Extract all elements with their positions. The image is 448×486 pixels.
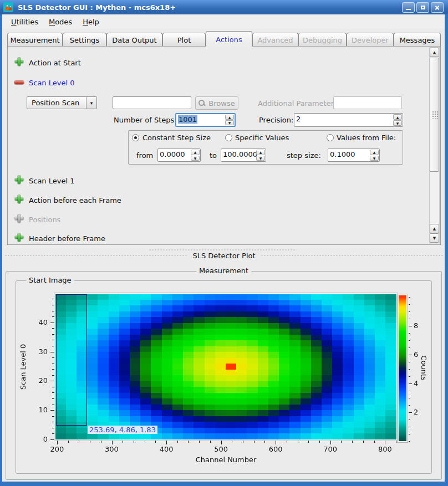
tab-debugging: Debugging bbox=[298, 33, 347, 47]
window-title: SLS Detector GUI : Mythen - mcs6x18+ bbox=[18, 3, 176, 12]
add-action-icon[interactable] bbox=[15, 58, 23, 66]
window-border bbox=[0, 14, 2, 482]
heatmap-canvas[interactable] bbox=[55, 294, 396, 439]
spin-up-icon[interactable]: ▲ bbox=[393, 114, 402, 120]
constant-step-size-radio[interactable] bbox=[132, 134, 139, 141]
tab-measurement[interactable]: Measurement bbox=[7, 33, 63, 47]
application-window: SLS Detector GUI : Mythen - mcs6x18+ Uti… bbox=[0, 0, 448, 486]
step-size-label: step size: bbox=[287, 151, 321, 160]
additional-parameter-label: Additional Parameter: bbox=[258, 99, 330, 108]
window-border bbox=[0, 482, 448, 486]
tab-bar: MeasurementSettingsData OutputPlotAction… bbox=[0, 30, 448, 47]
number-of-steps-spinbox[interactable]: 1001 ▲▼ bbox=[175, 113, 236, 127]
measurement-group-title: Measurement bbox=[196, 267, 251, 275]
zoom-selection-rectangle[interactable] bbox=[56, 294, 87, 426]
to-spinbox[interactable]: 100.0000 ▲▼ bbox=[221, 149, 266, 162]
maximize-button[interactable] bbox=[416, 2, 429, 13]
spin-up-icon[interactable]: ▲ bbox=[370, 150, 379, 155]
title-bar[interactable]: SLS Detector GUI : Mythen - mcs6x18+ bbox=[0, 0, 448, 14]
from-value: 0.0000 bbox=[160, 150, 185, 158]
splitter-handle[interactable]: SLS Detector Plot bbox=[3, 246, 445, 260]
tab-advanced: Advanced bbox=[252, 33, 298, 47]
maximize-icon bbox=[421, 6, 425, 9]
positions-item: Positions bbox=[29, 216, 60, 224]
scan-mode-value: Position Scan bbox=[27, 99, 86, 107]
tab-data-output[interactable]: Data Output bbox=[106, 33, 162, 47]
app-logo-icon bbox=[3, 2, 13, 12]
spin-up-icon[interactable]: ▲ bbox=[256, 150, 265, 155]
tab-label: Actions bbox=[216, 35, 242, 44]
scan-level-0-item[interactable]: Scan Level 0 bbox=[29, 79, 74, 87]
add-action-icon-disabled bbox=[15, 214, 23, 223]
close-button[interactable] bbox=[431, 2, 444, 13]
tab-actions[interactable]: Actions bbox=[206, 31, 252, 47]
additional-parameter-input[interactable] bbox=[333, 96, 402, 109]
start-image-group-title: Start Image bbox=[26, 276, 74, 284]
precision-spinbox[interactable]: 2 ▲▼ bbox=[294, 113, 403, 127]
tab-label: Data Output bbox=[112, 36, 156, 44]
menu-help[interactable]: Help bbox=[81, 17, 101, 27]
step-size-spinbox[interactable]: 0.1000 ▲▼ bbox=[328, 149, 380, 162]
add-action-icon[interactable] bbox=[15, 233, 23, 242]
tab-plot[interactable]: Plot bbox=[162, 33, 206, 47]
tab-label: Debugging bbox=[303, 36, 342, 44]
number-of-steps-value: 1001 bbox=[178, 115, 197, 124]
tab-messages[interactable]: Messages bbox=[394, 33, 441, 47]
menu-modes[interactable]: Modes bbox=[47, 17, 74, 27]
scroll-up-button-bottom[interactable]: ▲ bbox=[430, 224, 439, 233]
specific-values-radio[interactable] bbox=[225, 134, 232, 141]
action-before-frame-item[interactable]: Action before each Frame bbox=[29, 196, 121, 204]
spin-down-icon[interactable]: ▼ bbox=[256, 156, 265, 161]
scrollbar-thumb[interactable] bbox=[430, 58, 439, 172]
scan-script-input[interactable] bbox=[113, 96, 191, 109]
scan-mode-combobox[interactable]: Position Scan ▾ bbox=[27, 96, 97, 109]
spin-up-icon[interactable]: ▲ bbox=[225, 115, 234, 120]
action-at-start-item[interactable]: Action at Start bbox=[29, 59, 81, 67]
values-from-file-radio[interactable] bbox=[327, 134, 334, 141]
tab-label: Developer bbox=[352, 36, 389, 44]
magnifier-icon bbox=[198, 100, 206, 107]
x-axis-title: Channel Number bbox=[55, 456, 396, 464]
from-label: from bbox=[136, 151, 153, 160]
add-action-icon[interactable] bbox=[15, 176, 23, 184]
add-action-icon[interactable] bbox=[15, 195, 23, 203]
tab-label: Settings bbox=[70, 36, 99, 44]
chevron-down-icon[interactable]: ▾ bbox=[86, 97, 96, 109]
vertical-scrollbar[interactable]: ▲ ▲ ▼ bbox=[429, 47, 440, 243]
spin-down-icon[interactable]: ▼ bbox=[393, 120, 402, 126]
menu-bar: Utilities Modes Help bbox=[2, 14, 445, 29]
to-label: to bbox=[210, 151, 217, 160]
header-before-frame-item[interactable]: Header before Frame bbox=[29, 234, 105, 243]
spin-up-icon[interactable]: ▲ bbox=[191, 150, 200, 155]
scan-level-1-item[interactable]: Scan Level 1 bbox=[29, 177, 74, 185]
colorbar-title: Counts bbox=[420, 355, 428, 380]
menu-utilities[interactable]: Utilities bbox=[9, 17, 40, 27]
specific-values-label[interactable]: Specific Values bbox=[235, 134, 289, 142]
spin-down-icon[interactable]: ▼ bbox=[370, 156, 379, 161]
to-value: 100.0000 bbox=[223, 150, 257, 158]
from-spinbox[interactable]: 0.0000 ▲▼ bbox=[157, 149, 201, 162]
tab-label: Plot bbox=[177, 36, 191, 44]
scroll-up-button[interactable]: ▲ bbox=[430, 48, 439, 57]
tab-settings[interactable]: Settings bbox=[63, 33, 106, 47]
values-from-file-label[interactable]: Values from File: bbox=[337, 134, 396, 142]
number-of-steps-label: Number of Steps: bbox=[114, 116, 177, 124]
precision-label: Precision: bbox=[259, 116, 293, 124]
spin-down-icon[interactable]: ▼ bbox=[225, 120, 234, 125]
tab-label: Advanced bbox=[257, 36, 293, 44]
browse-button-label: Browse bbox=[208, 99, 235, 108]
tab-label: Messages bbox=[400, 36, 435, 44]
minimize-button[interactable] bbox=[402, 2, 415, 13]
y-axis-title: Scan Level 0 bbox=[19, 344, 27, 390]
cursor-readout: 253.69, 4.86, 1.83 bbox=[88, 426, 157, 434]
colorbar-canvas bbox=[399, 295, 406, 441]
close-icon bbox=[434, 4, 440, 11]
tab-label: Measurement bbox=[10, 36, 59, 44]
splitter-label: SLS Detector Plot bbox=[3, 252, 445, 260]
scroll-down-button[interactable]: ▼ bbox=[430, 233, 439, 243]
collapse-scan-icon[interactable] bbox=[14, 81, 24, 84]
precision-value: 2 bbox=[296, 115, 301, 123]
spin-down-icon[interactable]: ▼ bbox=[191, 156, 200, 161]
constant-step-size-label[interactable]: Constant Step Size bbox=[142, 134, 211, 142]
tab-developer: Developer bbox=[347, 33, 394, 47]
